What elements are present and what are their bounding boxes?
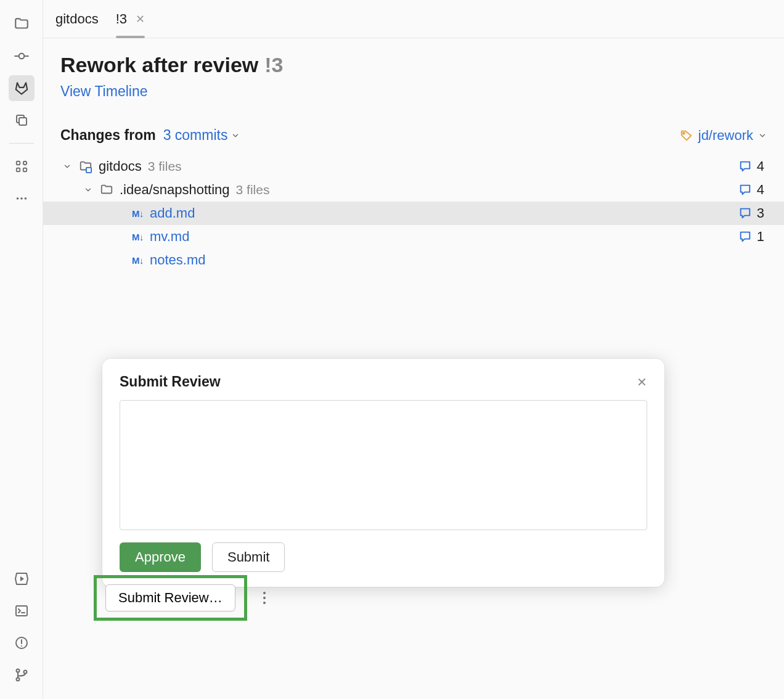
chevron-down-icon <box>63 162 73 171</box>
tree-file-row[interactable]: M↓ add.md 3 <box>43 202 784 225</box>
problems-icon[interactable] <box>9 630 35 656</box>
comment-icon <box>738 230 752 243</box>
gitlab-icon[interactable] <box>9 75 35 101</box>
terminal-icon[interactable] <box>9 598 35 624</box>
svg-rect-6 <box>23 168 27 172</box>
tree-file-comments: 3 <box>757 205 764 221</box>
tree-file-row[interactable]: M↓ mv.md 1 <box>60 225 767 248</box>
changes-commits-text: 3 commits <box>163 127 228 144</box>
changes-commits-dropdown[interactable]: 3 commits <box>163 127 240 144</box>
comment-icon <box>738 206 752 220</box>
tree-root-row[interactable]: gitdocs 3 files 4 <box>60 155 767 178</box>
branch-name: jd/rework <box>698 128 753 144</box>
main-panel: gitdocs !3 ✕ Rework after review !3 View… <box>43 0 784 699</box>
chevron-down-icon <box>758 131 767 140</box>
tree-sub-count: 3 files <box>236 182 270 197</box>
view-timeline-link[interactable]: View Timeline <box>60 83 147 100</box>
tree-file-row[interactable]: M↓ notes.md <box>60 248 767 272</box>
branch-dropdown[interactable]: jd/rework <box>680 128 767 144</box>
more-options-icon[interactable] <box>259 588 269 608</box>
tab-mr-label: !3 <box>116 11 127 27</box>
comment-icon <box>738 160 752 173</box>
submit-review-popup: Submit Review ✕ Approve Submit <box>102 359 664 587</box>
tree-sub-name: .idea/snapshotting <box>120 182 230 198</box>
popup-title: Submit Review <box>120 374 221 390</box>
tree-file-name: add.md <box>150 205 195 221</box>
run-icon[interactable] <box>9 566 35 592</box>
svg-point-0 <box>18 54 24 59</box>
svg-marker-12 <box>20 576 24 581</box>
tree-root-count: 3 files <box>148 159 182 174</box>
submit-review-button[interactable]: Submit Review… <box>105 584 235 611</box>
mr-title: Rework after review <box>60 53 258 77</box>
file-tree: gitdocs 3 files 4 .idea/snapshotting 3 f… <box>60 155 767 272</box>
chevron-down-icon <box>84 186 94 194</box>
svg-rect-3 <box>19 118 27 125</box>
tree-root-comments: 4 <box>757 158 764 174</box>
tree-root-name: gitdocs <box>99 158 142 174</box>
structure-icon[interactable] <box>9 153 35 179</box>
markdown-icon: M↓ <box>132 208 144 219</box>
tag-icon <box>680 129 693 142</box>
tree-file-name: mv.md <box>150 229 189 245</box>
svg-rect-5 <box>16 168 20 172</box>
commit-icon[interactable] <box>9 43 35 69</box>
comment-icon <box>738 183 752 197</box>
more-icon[interactable] <box>9 186 35 211</box>
svg-point-7 <box>23 161 27 165</box>
changes-from-label: Changes from <box>60 127 156 144</box>
sidebar-divider <box>9 143 34 144</box>
svg-point-9 <box>20 197 23 200</box>
svg-rect-4 <box>16 161 20 165</box>
left-sidebar <box>0 0 43 699</box>
folder-icon <box>100 183 113 197</box>
tree-file-name: notes.md <box>150 252 206 268</box>
markdown-icon: M↓ <box>132 255 144 266</box>
mr-title-row: Rework after review !3 <box>60 53 767 77</box>
review-comment-input[interactable] <box>120 400 647 530</box>
svg-rect-22 <box>86 168 91 173</box>
tab-project-label: gitdocs <box>55 11 99 27</box>
svg-point-10 <box>24 197 27 200</box>
svg-rect-13 <box>16 606 27 616</box>
git-branch-icon[interactable] <box>9 662 35 688</box>
svg-point-17 <box>21 645 22 647</box>
approve-button[interactable]: Approve <box>120 542 201 572</box>
tree-file-comments: 1 <box>757 229 764 245</box>
changes-row: Changes from 3 commits jd/rework <box>60 127 767 144</box>
submit-button[interactable]: Submit <box>212 542 285 572</box>
tab-project[interactable]: gitdocs <box>55 0 99 38</box>
mr-number: !3 <box>264 53 283 77</box>
close-icon[interactable]: ✕ <box>637 375 647 390</box>
bottom-bar: Submit Review… <box>94 575 269 621</box>
folder-icon[interactable] <box>9 11 35 37</box>
tree-subfolder-row[interactable]: .idea/snapshotting 3 files 4 <box>60 178 767 202</box>
copy-icon[interactable] <box>9 107 35 133</box>
chevron-down-icon <box>231 131 240 140</box>
close-icon[interactable]: ✕ <box>136 12 145 26</box>
svg-point-8 <box>16 197 18 200</box>
highlight-box: Submit Review… <box>94 575 247 621</box>
markdown-icon: M↓ <box>132 232 144 242</box>
tree-sub-comments: 4 <box>757 182 764 198</box>
tab-merge-request[interactable]: !3 ✕ <box>116 0 145 38</box>
project-folder-icon <box>79 160 92 173</box>
svg-point-21 <box>683 132 685 134</box>
editor-tabs: gitdocs !3 ✕ <box>43 0 784 38</box>
